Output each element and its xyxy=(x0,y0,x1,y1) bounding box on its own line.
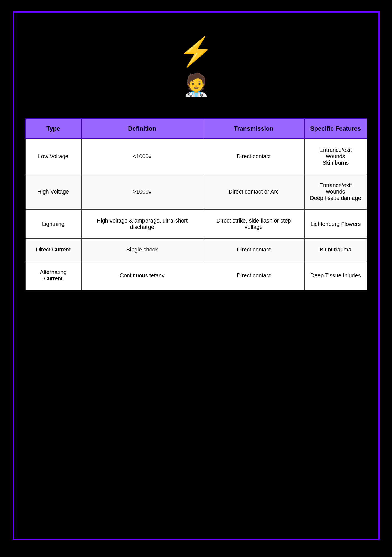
table-row: LightningHigh voltage & amperage, ultra-… xyxy=(25,209,367,238)
cell-definition-0: <1000v xyxy=(81,139,203,174)
cell-specific_features-0: Entrance/exit woundsSkin burns xyxy=(304,139,367,174)
cell-transmission-0: Direct contact xyxy=(203,139,304,174)
table-row: High Voltage>1000vDirect contact or ArcE… xyxy=(25,174,367,209)
icon-area: ⚡ 🧑‍⚕️ xyxy=(179,38,213,96)
cell-type-3: Direct Current xyxy=(25,238,81,261)
cell-definition-4: Continuous tetany xyxy=(81,261,203,290)
table-wrapper: Type Definition Transmission Specific Fe… xyxy=(25,118,367,290)
cell-specific_features-2: Lichtenberg Flowers xyxy=(304,209,367,238)
cell-transmission-3: Direct contact xyxy=(203,238,304,261)
col-header-definition: Definition xyxy=(81,119,203,139)
person-icon: 🧑‍⚕️ xyxy=(182,74,210,96)
cell-type-0: Low Voltage xyxy=(25,139,81,174)
table-row: Alternating CurrentContinuous tetanyDire… xyxy=(25,261,367,290)
cell-type-1: High Voltage xyxy=(25,174,81,209)
col-header-type: Type xyxy=(25,119,81,139)
cell-type-4: Alternating Current xyxy=(25,261,81,290)
cell-specific_features-4: Deep Tissue Injuries xyxy=(304,261,367,290)
cell-transmission-1: Direct contact or Arc xyxy=(203,174,304,209)
lightning-icon: ⚡ xyxy=(179,38,213,65)
cell-type-2: Lightning xyxy=(25,209,81,238)
table-row: Direct CurrentSingle shockDirect contact… xyxy=(25,238,367,261)
cell-specific_features-3: Blunt trauma xyxy=(304,238,367,261)
table-row: Low Voltage<1000vDirect contactEntrance/… xyxy=(25,139,367,174)
electricity-table: Type Definition Transmission Specific Fe… xyxy=(25,118,367,290)
table-header-row: Type Definition Transmission Specific Fe… xyxy=(25,119,367,139)
cell-definition-3: Single shock xyxy=(81,238,203,261)
col-header-transmission: Transmission xyxy=(203,119,304,139)
cell-specific_features-1: Entrance/exit woundsDeep tissue damage xyxy=(304,174,367,209)
cell-transmission-2: Direct strike, side flash or step voltag… xyxy=(203,209,304,238)
cell-transmission-4: Direct contact xyxy=(203,261,304,290)
cell-definition-1: >1000v xyxy=(81,174,203,209)
cell-definition-2: High voltage & amperage, ultra-short dis… xyxy=(81,209,203,238)
main-container: ⚡ 🧑‍⚕️ Type Definition Transmission Spec… xyxy=(13,11,380,540)
col-header-specific-features: Specific Features xyxy=(304,119,367,139)
